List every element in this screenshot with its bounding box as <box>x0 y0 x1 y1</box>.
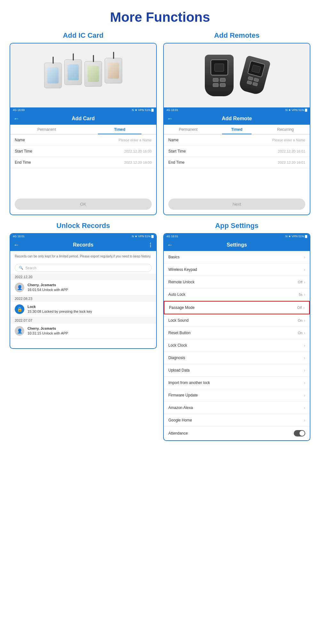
records-name-2: Lock <box>28 304 92 309</box>
records-text-3: Cherry. Jcsmarts 10:31:15 Unlock with AP… <box>28 326 68 336</box>
tab-timed-remote[interactable]: Timed <box>212 125 261 134</box>
remote-name-field: Name Please enter a Name <box>164 135 310 146</box>
remote-back-arrow[interactable]: ← <box>167 115 173 122</box>
ic-card-status-bar: 4G 16:00 N ★ VPN 51% ▇ <box>10 107 156 113</box>
records-text-1: Cherry. Jcsmarts 16:01:54 Unlock with AP… <box>28 283 68 293</box>
remote-screen-1 <box>211 59 228 75</box>
settings-label-4: Passage Mode <box>169 305 195 310</box>
avatar-cherry-2: 👤 <box>15 326 24 336</box>
settings-item-12[interactable]: Amazon Alexa› <box>164 402 310 414</box>
unlock-records-section: Unlock Records 4G 16:01 N ★ VPN 51% ▇ ← … <box>10 222 157 441</box>
tab-timed-ic[interactable]: Timed <box>83 125 156 134</box>
remote-btn-2b <box>253 78 259 82</box>
records-status-right: N ★ VPN 51% ▇ <box>132 235 154 238</box>
remote-name-label: Name <box>168 138 179 142</box>
settings-right-12: › <box>304 405 305 410</box>
settings-chevron-2: › <box>304 279 305 285</box>
settings-value-5: On <box>298 318 303 322</box>
remote-btn-2c <box>247 80 252 85</box>
records-back-arrow[interactable]: ← <box>13 242 19 248</box>
settings-chevron-11: › <box>304 393 305 398</box>
records-notice: Records can be only kept for a limited p… <box>10 251 156 262</box>
records-menu-dots[interactable]: ⋮ <box>148 242 153 248</box>
settings-item-6[interactable]: Reset ButtonOn› <box>164 327 310 339</box>
settings-chevron-13: › <box>304 418 305 423</box>
remote-status-bar: 4G 16:01 N ★ VPN 51% ▇ <box>164 107 310 113</box>
records-time-3: 10:31:15 Unlock with APP <box>28 331 68 336</box>
settings-toggle-14[interactable] <box>294 430 305 436</box>
ic-card-name-value[interactable]: Please enter a Name <box>119 138 152 142</box>
records-date-3: 2022.07.07 <box>10 317 156 324</box>
settings-item-4[interactable]: Passage ModeOff› <box>164 301 310 314</box>
settings-chevron-10: › <box>304 380 305 385</box>
settings-right-9: › <box>304 368 305 373</box>
ic-card-back-arrow[interactable]: ← <box>13 115 19 122</box>
remote-header-title: Add Remote <box>222 116 252 122</box>
settings-right-7: › <box>304 343 305 348</box>
remote-status-right: N ★ VPN 51% ▇ <box>285 108 307 112</box>
avatar-lock: 🔒 <box>15 304 24 314</box>
ic-card-name-label: Name <box>15 138 25 142</box>
remote-btn-1a <box>213 78 219 82</box>
remote-name-value[interactable]: Please enter a Name <box>272 138 305 142</box>
remote-next-button[interactable]: Next <box>168 199 305 210</box>
app-settings-section: App Settings 4G 16:01 N ★ VPN 51% ▇ ← Se… <box>163 222 310 441</box>
records-search[interactable]: 🔍 Search <box>15 264 152 272</box>
records-mockup: 4G 16:01 N ★ VPN 51% ▇ ← Records ⋮ Recor… <box>10 233 157 349</box>
settings-item-11[interactable]: Firmware Update› <box>164 389 310 402</box>
sections-grid: Add IC Card <box>0 31 320 451</box>
settings-label-14: Attendance <box>168 431 188 436</box>
ic-card-3 <box>84 61 102 87</box>
records-name-3: Cherry. Jcsmarts <box>28 326 68 331</box>
settings-item-14[interactable]: Attendance <box>164 427 310 440</box>
records-text-2: Lock 15:30:08 Locked by pressing the loc… <box>28 304 92 314</box>
remotes-image <box>164 43 310 107</box>
settings-item-7[interactable]: Lock Clock› <box>164 339 310 352</box>
settings-chevron-1: › <box>304 267 305 272</box>
settings-item-10[interactable]: Import from another lock› <box>164 377 310 389</box>
settings-right-0: › <box>304 255 305 260</box>
settings-item-0[interactable]: Basics› <box>164 251 310 263</box>
remote-end-value: 2022.12.20 16:01 <box>278 161 305 164</box>
app-settings-label: App Settings <box>163 222 310 230</box>
settings-item-9[interactable]: Upload Data› <box>164 364 310 377</box>
tab-recurring-remote[interactable]: Recurring <box>261 125 310 134</box>
ic-card-tabs: Permanent Timed <box>10 125 156 135</box>
ic-card-start-field: Start Time 2022.12.20 16:00 <box>10 146 156 157</box>
settings-right-11: › <box>304 393 305 398</box>
settings-item-1[interactable]: Wireless Keypad› <box>164 263 310 276</box>
settings-right-10: › <box>304 380 305 385</box>
records-status-left: 4G 16:01 <box>13 235 25 238</box>
settings-item-2[interactable]: Remote UnlockOff› <box>164 276 310 288</box>
remote-btn-1c <box>213 83 219 87</box>
ic-cards-image <box>10 43 156 107</box>
settings-label-7: Lock Clock <box>168 343 187 348</box>
tab-permanent-remote[interactable]: Permanent <box>164 125 212 134</box>
settings-label-8: Diagnosis <box>168 356 185 360</box>
settings-item-5[interactable]: Lock SoundOn› <box>164 314 310 327</box>
settings-item-13[interactable]: Google Home› <box>164 414 310 427</box>
settings-label-12: Amazon Alexa <box>168 405 193 410</box>
add-remotes-mockup: 4G 16:01 N ★ VPN 51% ▇ ← Add Remote Perm… <box>163 43 310 215</box>
search-icon: 🔍 <box>19 266 23 270</box>
remote-btn-2d <box>252 82 258 86</box>
settings-item-3[interactable]: Auto Lock5s› <box>164 288 310 301</box>
records-header: ← Records ⋮ <box>10 239 156 251</box>
settings-label-3: Auto Lock <box>168 292 185 297</box>
remote-header: ← Add Remote <box>164 113 310 125</box>
settings-header-title: Settings <box>227 242 247 248</box>
settings-label-1: Wireless Keypad <box>168 267 197 272</box>
settings-right-13: › <box>304 418 305 423</box>
add-remotes-label: Add Remotes <box>163 31 310 40</box>
settings-value-6: On <box>298 331 303 335</box>
settings-status-left: 4G 16:01 <box>166 235 178 238</box>
unlock-records-label: Unlock Records <box>10 222 157 230</box>
settings-back-arrow[interactable]: ← <box>167 242 173 248</box>
settings-label-6: Reset Button <box>168 331 190 335</box>
tab-permanent-ic[interactable]: Permanent <box>10 125 83 134</box>
settings-chevron-4: › <box>303 305 305 310</box>
settings-item-8[interactable]: Diagnosis› <box>164 352 310 364</box>
ic-card-ok-button[interactable]: OK <box>15 199 152 210</box>
remote-btn-1b <box>220 78 226 82</box>
records-date-2: 2022.08.23 <box>10 295 156 302</box>
